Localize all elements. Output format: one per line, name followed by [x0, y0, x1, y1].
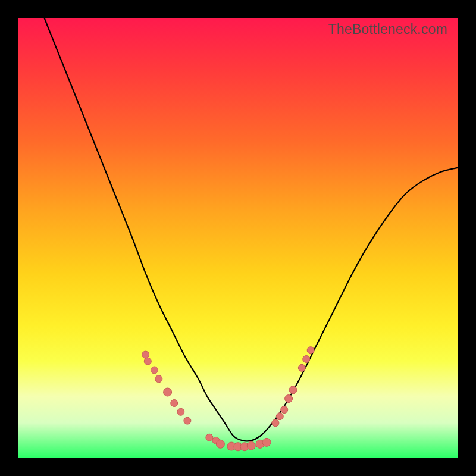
- marker-group: [142, 347, 314, 451]
- data-marker: [184, 417, 191, 424]
- data-marker: [285, 395, 293, 403]
- data-marker: [247, 441, 255, 450]
- data-marker: [281, 406, 288, 414]
- plot-area: TheBottleneck.com: [18, 18, 458, 458]
- data-marker: [151, 367, 158, 374]
- data-marker: [216, 440, 224, 448]
- bottleneck-curve: [44, 18, 458, 441]
- data-marker: [307, 347, 314, 354]
- data-marker: [164, 388, 172, 396]
- data-marker: [206, 434, 213, 441]
- data-marker: [289, 386, 297, 394]
- data-marker: [177, 408, 184, 415]
- chart-svg: [18, 18, 458, 458]
- data-marker: [142, 351, 149, 358]
- data-marker: [262, 438, 271, 446]
- data-marker: [155, 375, 162, 383]
- data-marker: [272, 419, 279, 427]
- data-marker: [303, 356, 310, 363]
- data-marker: [298, 364, 305, 371]
- data-marker: [144, 358, 151, 365]
- chart-frame: TheBottleneck.com: [0, 0, 476, 476]
- data-marker: [276, 413, 283, 420]
- data-marker: [171, 400, 178, 407]
